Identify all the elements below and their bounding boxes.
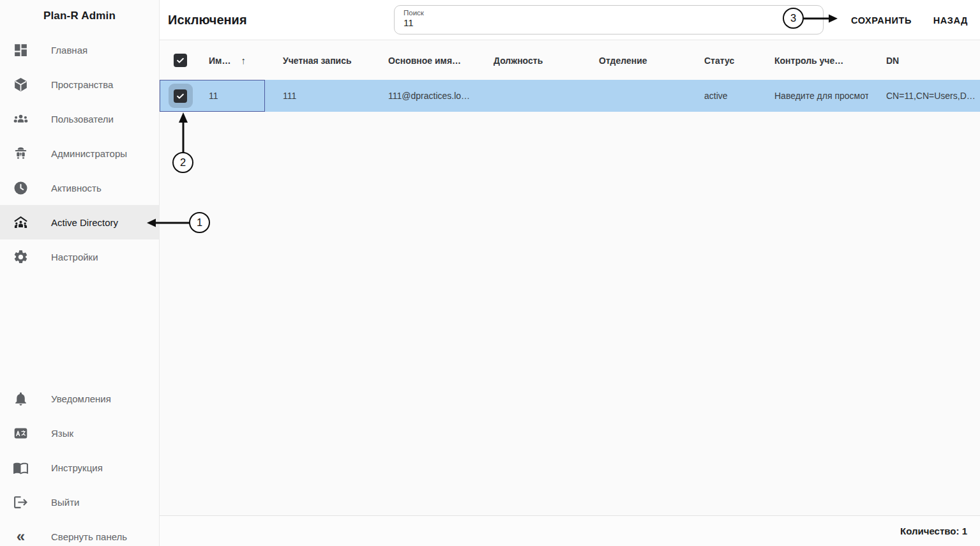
sidebar-item-label: Настройки — [51, 252, 98, 262]
sidebar-item-settings[interactable]: Настройки — [0, 239, 159, 274]
cube-icon — [13, 77, 29, 93]
row-checkbox[interactable] — [174, 89, 187, 103]
column-header-position[interactable]: Должность — [476, 41, 581, 80]
save-button[interactable]: СОХРАНИТЬ — [851, 0, 912, 40]
sidebar-nav-bottom: Уведомления Язык Инструкция Выйти — [0, 381, 159, 546]
column-header-status[interactable]: Статус — [686, 41, 757, 80]
column-header-account[interactable]: Учетная запись — [265, 41, 370, 80]
bell-icon — [13, 391, 29, 407]
sidebar-item-users[interactable]: Пользователи — [0, 102, 159, 136]
sidebar-item-label: Свернуть панель — [51, 531, 127, 542]
sidebar: Plan-R Admin Главная Пространства Пользо… — [0, 0, 160, 546]
select-all-cell — [160, 41, 201, 80]
table-header-row: Им… ↑ Учетная запись Основное имя… Должн… — [160, 41, 980, 80]
column-header-name[interactable]: Им… ↑ — [201, 41, 265, 80]
sidebar-item-label: Пространства — [51, 79, 113, 90]
row-principal-name-cell: 111@dpractices.lo… — [370, 80, 476, 112]
sidebar-item-label: Пользователи — [51, 114, 114, 125]
sidebar-item-notifications[interactable]: Уведомления — [0, 381, 159, 416]
column-header-department[interactable]: Отделение — [581, 41, 686, 80]
table-footer: Количество: 1 — [160, 515, 980, 546]
sidebar-item-label: Инструкция — [51, 462, 103, 473]
sidebar-item-administrators[interactable]: Администраторы — [0, 136, 159, 171]
search-label: Поиск — [403, 9, 814, 17]
app-window: Plan-R Admin Главная Пространства Пользо… — [0, 0, 980, 546]
collapse-icon: « — [13, 529, 29, 545]
sidebar-item-label: Active Directory — [51, 217, 118, 228]
row-dn-cell: CN=11,CN=Users,D… — [868, 80, 980, 112]
sidebar-item-logout[interactable]: Выйти — [0, 485, 159, 519]
sidebar-item-label: Активность — [51, 183, 102, 193]
sidebar-item-spaces[interactable]: Пространства — [0, 67, 159, 102]
row-department-cell — [581, 80, 686, 112]
row-account-cell: 111 — [265, 80, 370, 112]
sidebar-item-home[interactable]: Главная — [0, 33, 159, 67]
sidebar-item-collapse-panel[interactable]: « Свернуть панель — [0, 519, 159, 546]
sidebar-item-label: Выйти — [51, 497, 79, 508]
search-input[interactable] — [403, 17, 814, 28]
language-icon — [13, 425, 29, 441]
search-field[interactable]: Поиск — [394, 5, 824, 34]
column-header-uac[interactable]: Контроль уче… — [757, 41, 868, 80]
sidebar-item-label: Уведомления — [51, 393, 111, 404]
row-checkbox-cell — [160, 80, 201, 112]
main-area: Исключения Поиск СОХРАНИТЬ НАЗАД Им… ↑ У… — [160, 0, 980, 546]
sidebar-item-label: Язык — [51, 428, 73, 439]
column-header-principal-name[interactable]: Основное имя… — [370, 41, 476, 80]
app-title: Plan-R Admin — [0, 0, 159, 32]
checkbox-ripple — [169, 84, 193, 108]
logout-icon — [13, 494, 29, 510]
column-header-dn[interactable]: DN — [868, 41, 980, 80]
sidebar-item-active-directory[interactable]: Active Directory — [0, 205, 159, 239]
admin-icon — [13, 146, 29, 162]
book-icon — [13, 460, 29, 476]
sort-asc-icon[interactable]: ↑ — [241, 55, 246, 66]
sidebar-item-language[interactable]: Язык — [0, 416, 159, 450]
row-status-cell: active — [686, 80, 757, 112]
gear-icon — [13, 249, 29, 265]
table-row[interactable]: 11 111 111@dpractices.lo… active Наведит… — [160, 80, 980, 112]
back-button[interactable]: НАЗАД — [933, 0, 968, 40]
users-icon — [13, 111, 29, 127]
page-title: Исключения — [168, 0, 247, 40]
row-count: Количество: 1 — [900, 526, 967, 536]
active-directory-icon — [13, 215, 29, 231]
dashboard-icon — [13, 42, 29, 58]
row-uac-cell[interactable]: Наведите для просмотра — [757, 80, 868, 112]
select-all-checkbox[interactable] — [174, 54, 187, 67]
row-position-cell — [476, 80, 581, 112]
sidebar-item-activity[interactable]: Активность — [0, 171, 159, 205]
row-name-cell: 11 — [201, 80, 265, 112]
sidebar-nav-top: Главная Пространства Пользователи Админи… — [0, 33, 159, 274]
toolbar: Исключения Поиск СОХРАНИТЬ НАЗАД — [160, 0, 980, 40]
sidebar-item-label: Главная — [51, 45, 87, 56]
sidebar-item-label: Администраторы — [51, 148, 127, 159]
sidebar-item-instruction[interactable]: Инструкция — [0, 450, 159, 485]
clock-icon — [13, 180, 29, 196]
